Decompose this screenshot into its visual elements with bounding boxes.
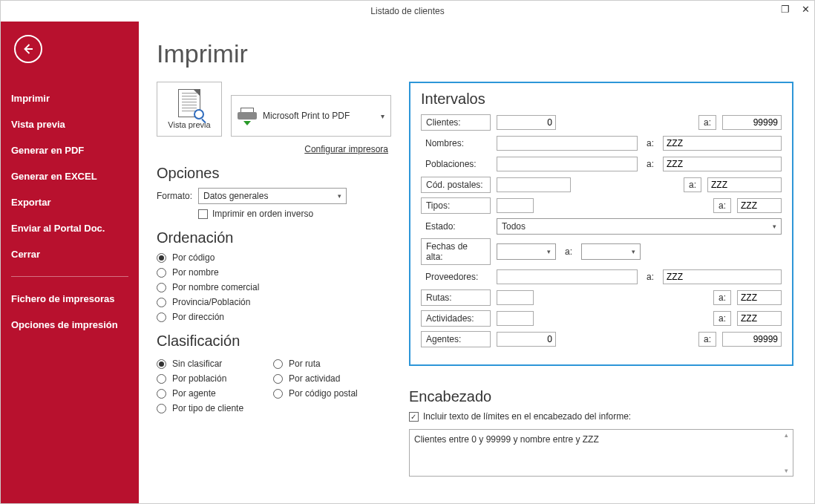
agentes-a-button[interactable]: a: [698, 332, 716, 347]
radio-por-codigo-postal[interactable]: Por código postal [273, 388, 358, 399]
chevron-down-icon: ▾ [773, 223, 776, 230]
window-restore-icon[interactable]: ❐ [781, 4, 790, 15]
titlebar: Listado de clientes ❐ ✕ [1, 1, 814, 22]
fechas-label-button[interactable]: Fechas de alta: [421, 238, 491, 265]
sidebar-item-generar-excel[interactable]: Generar en EXCEL [1, 163, 139, 189]
incluir-limites-label: Incluir texto de límites en el encabezad… [423, 411, 631, 422]
formato-select[interactable]: Datos generales ▾ [198, 188, 347, 204]
sidebar-item-vista-previa[interactable]: Vista previa [1, 111, 139, 137]
radio-provincia-poblacion[interactable]: Provincia/Población [157, 297, 391, 307]
intervalos-panel: Intervalos Clientes: a: Nombres: a: [409, 82, 793, 366]
sidebar-item-cerrar[interactable]: Cerrar [1, 241, 139, 267]
tipos-a-button[interactable]: a: [713, 198, 731, 213]
sidebar-separator [11, 276, 128, 277]
orden-inverso-checkbox[interactable]: Imprimir en orden inverso [198, 209, 391, 219]
document-preview-icon [178, 89, 200, 117]
codpostales-a-button[interactable]: a: [684, 177, 701, 192]
clientes-label-button[interactable]: Clientes: [421, 114, 491, 131]
formato-label: Formato: [157, 191, 192, 201]
radio-por-nombre[interactable]: Por nombre [157, 267, 391, 278]
configurar-impresora-link[interactable]: Configurar impresora [157, 144, 388, 154]
chevron-down-icon: ▾ [547, 248, 551, 255]
estado-select[interactable]: Todos ▾ [497, 218, 782, 235]
sidebar-item-enviar-portal[interactable]: Enviar al Portal Doc. [1, 215, 139, 241]
chevron-down-icon: ▾ [381, 112, 384, 120]
nombres-from-input[interactable] [497, 136, 638, 151]
actividades-a-button[interactable]: a: [713, 311, 731, 326]
proveedores-from-input[interactable] [497, 269, 638, 284]
actividades-label-button[interactable]: Actividades: [421, 310, 491, 327]
fechas-a-label: a: [562, 246, 575, 257]
tipos-from-input[interactable] [497, 198, 534, 213]
nombres-a-label: a: [644, 138, 657, 148]
radio-por-direccion[interactable]: Por dirección [157, 312, 391, 322]
scrollbar[interactable]: ▴▾ [781, 431, 791, 474]
tipos-label-button[interactable]: Tipos: [421, 197, 491, 214]
radio-por-agente[interactable]: Por agente [157, 388, 243, 399]
formato-value: Datos generales [203, 191, 268, 201]
arrow-left-icon [22, 42, 35, 56]
sidebar-item-fichero-impresoras[interactable]: Fichero de impresoras [1, 286, 139, 312]
fechas-to-select[interactable]: ▾ [581, 243, 641, 260]
fechas-from-select[interactable]: ▾ [497, 243, 556, 260]
proveedores-label: Proveedores: [421, 269, 491, 284]
opciones-heading: Opciones [157, 165, 391, 182]
page-title: Imprimir [157, 39, 793, 68]
sidebar-item-imprimir[interactable]: Imprimir [1, 85, 139, 111]
sidebar-item-opciones-impresion[interactable]: Opciones de impresión [1, 312, 139, 338]
clasificacion-heading: Clasificación [157, 333, 391, 350]
actividades-to-input[interactable] [737, 311, 782, 326]
proveedores-to-input[interactable] [663, 269, 782, 284]
radio-por-ruta[interactable]: Por ruta [273, 359, 358, 369]
sidebar-item-exportar[interactable]: Exportar [1, 189, 139, 215]
tipos-to-input[interactable] [737, 198, 782, 213]
checkbox-checked-icon: ✓ [409, 412, 419, 422]
radio-por-tipo-cliente[interactable]: Por tipo de cliente [157, 403, 243, 413]
radio-por-codigo[interactable]: Por código [157, 252, 391, 263]
sidebar-item-generar-pdf[interactable]: Generar en PDF [1, 137, 139, 163]
encabezado-textarea[interactable]: Clientes entre 0 y 99999 y nombre entre … [409, 429, 793, 477]
sidebar: Imprimir Vista previa Generar en PDF Gen… [1, 22, 139, 503]
agentes-label-button[interactable]: Agentes: [421, 331, 491, 347]
nombres-to-input[interactable] [663, 136, 782, 151]
printer-select[interactable]: Microsoft Print to PDF ▾ [231, 95, 391, 137]
incluir-limites-checkbox[interactable]: ✓ Incluir texto de límites en el encabez… [409, 411, 793, 422]
agentes-from-input[interactable] [497, 332, 556, 347]
radio-sin-clasificar[interactable]: Sin clasificar [157, 359, 243, 369]
printer-name: Microsoft Print to PDF [263, 111, 350, 121]
clientes-a-button[interactable]: a: [698, 115, 716, 130]
rutas-from-input[interactable] [497, 290, 534, 305]
window: Listado de clientes ❐ ✕ Imprimir Vista p… [0, 0, 815, 504]
encabezado-heading: Encabezado [409, 388, 793, 405]
radio-por-nombre-comercial[interactable]: Por nombre comercial [157, 282, 391, 292]
clientes-from-input[interactable] [497, 115, 556, 130]
agentes-to-input[interactable] [722, 332, 782, 347]
codpostales-label-button[interactable]: Cód. postales: [421, 177, 491, 193]
rutas-to-input[interactable] [737, 290, 782, 305]
codpostales-to-input[interactable] [707, 177, 782, 192]
chevron-down-icon: ▾ [338, 192, 341, 200]
printer-icon [238, 108, 257, 124]
estado-label: Estado: [421, 219, 491, 234]
proveedores-a-label: a: [644, 272, 657, 282]
ordenacion-heading: Ordenación [157, 229, 391, 246]
window-title: Listado de clientes [370, 6, 444, 16]
orden-inverso-label: Imprimir en orden inverso [212, 209, 313, 219]
radio-por-actividad[interactable]: Por actividad [273, 373, 358, 384]
poblaciones-a-label: a: [644, 159, 657, 169]
main-panel: Imprimir Vista previa [139, 22, 814, 503]
ordenacion-radios: Por código Por nombre Por nombre comerci… [157, 252, 391, 322]
vista-previa-button[interactable]: Vista previa [157, 82, 222, 137]
rutas-a-button[interactable]: a: [713, 290, 731, 305]
poblaciones-label: Poblaciones: [421, 157, 491, 171]
rutas-label-button[interactable]: Rutas: [421, 289, 491, 306]
back-button[interactable] [14, 35, 42, 63]
actividades-from-input[interactable] [497, 311, 534, 326]
window-close-icon[interactable]: ✕ [802, 4, 810, 15]
checkbox-icon [198, 209, 208, 219]
poblaciones-from-input[interactable] [497, 157, 638, 171]
clientes-to-input[interactable] [722, 115, 782, 130]
radio-por-poblacion[interactable]: Por población [157, 373, 243, 384]
codpostales-from-input[interactable] [497, 177, 571, 192]
poblaciones-to-input[interactable] [663, 157, 782, 171]
